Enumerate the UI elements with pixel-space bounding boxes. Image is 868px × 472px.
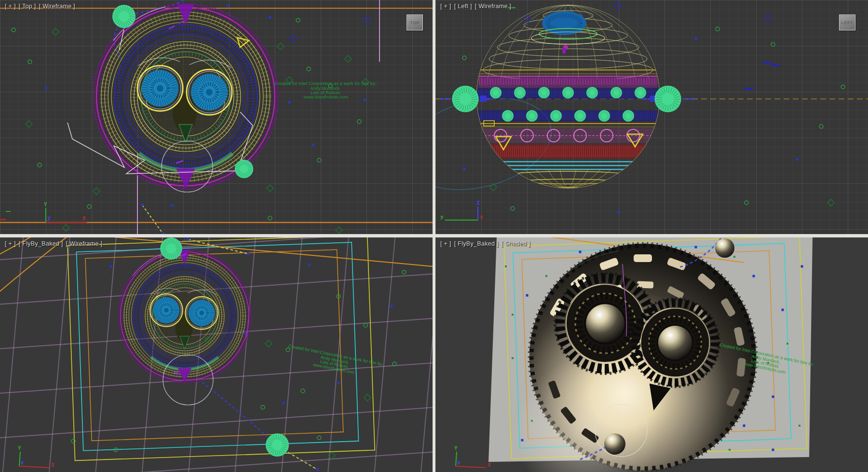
viewport-layout: Created for Intel Corporation as a work … [0, 0, 868, 472]
green-sphere-object[interactable] [235, 160, 253, 178]
green-sphere-object[interactable] [654, 85, 681, 112]
viewcube-left[interactable]: LEFT [839, 14, 855, 30]
viewport-menu-shading[interactable]: [ Wireframe ] [66, 240, 102, 247]
viewport-menu-general[interactable]: [ + ] [5, 240, 16, 247]
viewport-flyby-shaded[interactable]: Created for Intel Corporation as a work … [435, 237, 868, 472]
viewport-menu-pov[interactable]: [ FlyBy_Baked ] [454, 240, 499, 247]
viewport-left-label[interactable]: [ + ] [ Left ] [ Wireframe ] [440, 3, 511, 10]
viewport-top[interactable]: Created for Intel Corporation as a work … [0, 0, 433, 234]
top-view-scene: Created for Intel Corporation as a work … [0, 0, 433, 234]
vertical-splitter-top[interactable] [433, 0, 435, 234]
viewport-menu-general[interactable]: [ + ] [440, 3, 451, 10]
green-sphere-object[interactable] [452, 85, 478, 112]
left-view-scene [435, 0, 868, 234]
viewport-menu-general[interactable]: [ + ] [440, 240, 451, 247]
viewcube-top[interactable]: TOP [407, 14, 423, 30]
viewport-flyby-shaded-label[interactable]: [ + ] [ FlyBy_Baked ] [ Shaded ] [440, 240, 530, 247]
viewport-menu-pov[interactable]: [ Left ] [454, 3, 472, 10]
horizontal-splitter[interactable] [0, 234, 868, 237]
flyby-wireframe-scene: Created for Intel Corporation as a work … [0, 237, 433, 472]
viewport-menu-shading[interactable]: [ Shaded ] [502, 240, 530, 247]
vertical-splitter-bottom[interactable] [433, 237, 435, 472]
viewport-menu-pov[interactable]: [ Top ] [19, 3, 36, 10]
viewport-menu-shading[interactable]: [ Wireframe ] [39, 3, 75, 10]
flyby-shaded-scene: Created for Intel Corporation as a work … [435, 237, 868, 472]
viewport-top-label[interactable]: [ + ] [ Top ] [ Wireframe ] [5, 3, 75, 10]
green-sphere-object[interactable] [160, 237, 182, 260]
owl-sphere-wireframe-camera[interactable] [118, 250, 251, 382]
viewport-menu-shading[interactable]: [ Wireframe ] [475, 3, 511, 10]
shiny-ball-object[interactable] [715, 238, 734, 258]
viewport-menu-general[interactable]: [ + ] [5, 3, 16, 10]
viewport-left[interactable]: [ + ] [ Left ] [ Wireframe ] LEFT [435, 0, 868, 234]
viewport-flyby-wireframe[interactable]: Created for Intel Corporation as a work … [0, 237, 433, 472]
green-sphere-object[interactable] [266, 433, 289, 457]
viewport-menu-pov[interactable]: [ FlyBy_Baked ] [19, 240, 63, 247]
green-sphere-object[interactable] [112, 5, 136, 28]
viewport-flyby-wireframe-label[interactable]: [ + ] [ FlyBy_Baked ] [ Wireframe ] [5, 240, 102, 247]
shiny-ball-object[interactable] [604, 433, 625, 455]
